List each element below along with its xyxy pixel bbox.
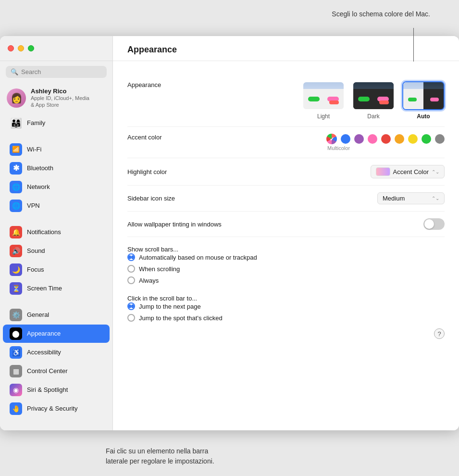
sidebar-item-label: Accessibility bbox=[27, 349, 61, 356]
radio-checked-auto bbox=[127, 253, 135, 261]
accent-group: Multicolor bbox=[326, 134, 445, 151]
highlight-color-dropdown[interactable]: Accent Color ⌃⌄ bbox=[371, 165, 445, 178]
wallpaper-tinting-toggle[interactable] bbox=[423, 218, 445, 230]
general-icon: ⚙️ bbox=[10, 309, 22, 321]
vpn-icon: 🌐 bbox=[10, 200, 22, 212]
sidebar-item-accessibility[interactable]: ♿ Accessibility bbox=[3, 343, 110, 362]
sidebar-icon-size-control: Medium ⌃⌄ bbox=[233, 192, 445, 204]
multicolor-label-row: Multicolor bbox=[326, 144, 445, 151]
dark-thumb bbox=[352, 81, 395, 110]
sidebar-item-notifications[interactable]: 🔔 Notifications bbox=[3, 223, 110, 241]
appearance-icon: ⬤ bbox=[10, 327, 22, 340]
sidebar-item-general[interactable]: ⚙️ General bbox=[3, 306, 110, 324]
sidebar-item-family[interactable]: 👨‍👩‍👧 Family bbox=[3, 114, 110, 132]
sidebar-item-control-center[interactable]: ▦ Control Center bbox=[3, 362, 110, 380]
sidebar-item-label: Appearance bbox=[27, 330, 61, 337]
focus-icon: 🌙 bbox=[10, 263, 22, 276]
sidebar-item-label: Privacy & Security bbox=[27, 405, 77, 412]
sidebar-separator bbox=[0, 136, 112, 137]
sidebar-item-bluetooth[interactable]: ✱ Bluetooth bbox=[3, 159, 110, 177]
main-window: 🔍 👩 Ashley Rico Apple ID, iCloud+, Media… bbox=[0, 36, 459, 430]
network-icon: 🌐 bbox=[10, 181, 22, 193]
light-thumb bbox=[302, 81, 345, 110]
family-icon: 👨‍👩‍👧 bbox=[10, 117, 22, 129]
sidebar-icon-size-dropdown[interactable]: Medium ⌃⌄ bbox=[377, 192, 445, 204]
accent-dot-multicolor[interactable] bbox=[326, 134, 337, 144]
click-scrollbar-next-page[interactable]: Jump to the next page bbox=[127, 302, 445, 310]
sidebar-item-privacy-security[interactable]: 🤚 Privacy & Security bbox=[3, 400, 110, 418]
help-button[interactable]: ? bbox=[434, 328, 445, 339]
click-scrollbar-section: Click in the scroll bar to... Jump to th… bbox=[127, 286, 445, 324]
highlight-color-row: Highlight color Accent Color ⌃⌄ bbox=[127, 158, 445, 186]
sidebar-item-label: Wi-Fi bbox=[27, 146, 41, 153]
title-bar bbox=[0, 36, 112, 61]
accent-dot-graphite[interactable] bbox=[435, 134, 445, 144]
sidebar-item-network[interactable]: 🌐 Network bbox=[3, 178, 110, 196]
accent-dots bbox=[326, 134, 445, 144]
sidebar-icon-size-row: Sidebar icon size Medium ⌃⌄ bbox=[127, 186, 445, 212]
highlight-color-label: Highlight color bbox=[127, 168, 233, 175]
scrollbar-option-always-label: Always bbox=[139, 277, 159, 284]
minimize-button[interactable] bbox=[18, 45, 24, 51]
scrollbar-option-auto[interactable]: Automatically based on mouse or trackpad bbox=[127, 253, 445, 261]
privacy-icon: 🤚 bbox=[10, 402, 22, 415]
callout-bottom: Fai clic su un elemento nella barralater… bbox=[106, 446, 214, 466]
sidebar-item-appearance[interactable]: ⬤ Appearance bbox=[3, 325, 110, 343]
sidebar-item-screen-time[interactable]: ⏳ Screen Time bbox=[3, 279, 110, 298]
accent-dot-blue[interactable] bbox=[341, 134, 350, 144]
scrollbar-option-auto-label: Automatically based on mouse or trackpad bbox=[139, 254, 257, 261]
sidebar-item-label: Bluetooth bbox=[27, 164, 53, 172]
light-thumb-inner bbox=[303, 82, 344, 109]
appearance-option-light[interactable]: Light bbox=[302, 81, 345, 120]
user-info: Ashley Rico Apple ID, iCloud+, Media& Ap… bbox=[31, 88, 89, 109]
sidebar-item-label: Family bbox=[27, 119, 45, 126]
accent-dot-yellow[interactable] bbox=[408, 134, 418, 144]
appearance-options: Light bbox=[302, 81, 445, 120]
bottom-help: ? bbox=[127, 324, 445, 339]
sidebar-item-wifi[interactable]: 📶 Wi-Fi bbox=[3, 140, 110, 159]
sidebar-item-label: Network bbox=[27, 183, 50, 190]
click-scrollbar-spot[interactable]: Jump to the spot that's clicked bbox=[127, 314, 445, 322]
search-bar[interactable]: 🔍 bbox=[6, 66, 107, 78]
sidebar-item-focus[interactable]: 🌙 Focus bbox=[3, 261, 110, 279]
settings-area: Appearance bbox=[113, 61, 459, 430]
sidebar-item-label: Control Center bbox=[27, 367, 68, 375]
sidebar-separator-2 bbox=[0, 219, 112, 219]
accent-dot-green[interactable] bbox=[422, 134, 431, 144]
accessibility-icon: ♿ bbox=[10, 346, 22, 359]
scrollbar-option-scrolling-label: When scrolling bbox=[139, 265, 180, 273]
search-input[interactable] bbox=[21, 68, 102, 75]
auto-label: Auto bbox=[417, 113, 430, 120]
wifi-icon: 📶 bbox=[10, 143, 22, 156]
appearance-option-dark[interactable]: Dark bbox=[352, 81, 395, 120]
maximize-button[interactable] bbox=[28, 45, 34, 51]
sidebar-item-label: Siri & Spotlight bbox=[27, 386, 68, 393]
scrollbar-option-always[interactable]: Always bbox=[127, 276, 445, 284]
click-scrollbar-next-page-label: Jump to the next page bbox=[139, 303, 201, 310]
sidebar-item-vpn[interactable]: 🌐 VPN bbox=[3, 197, 110, 215]
user-subtitle: Apple ID, iCloud+, Media& App Store bbox=[31, 95, 89, 109]
accent-dot-purple[interactable] bbox=[354, 134, 364, 144]
appearance-setting-label: Appearance bbox=[127, 81, 233, 88]
chevron-down-icon: ⌃⌄ bbox=[432, 196, 439, 201]
user-name: Ashley Rico bbox=[31, 88, 89, 95]
search-icon: 🔍 bbox=[11, 68, 18, 75]
accent-dot-orange[interactable] bbox=[395, 134, 404, 144]
close-button[interactable] bbox=[8, 45, 14, 51]
toggle-knob bbox=[424, 219, 434, 229]
radio-always bbox=[127, 276, 135, 284]
sidebar-separator-3 bbox=[0, 301, 112, 302]
accent-dot-red[interactable] bbox=[381, 134, 391, 144]
sidebar-user-item[interactable]: 👩 Ashley Rico Apple ID, iCloud+, Media& … bbox=[0, 83, 112, 113]
chevron-down-icon: ⌃⌄ bbox=[432, 169, 439, 175]
sidebar-item-sound[interactable]: 🔊 Sound bbox=[3, 242, 110, 260]
highlight-color-control: Accent Color ⌃⌄ bbox=[233, 165, 445, 178]
radio-spot bbox=[127, 314, 135, 322]
sidebar-item-siri-spotlight[interactable]: ◉ Siri & Spotlight bbox=[3, 381, 110, 399]
page-title: Appearance bbox=[127, 45, 177, 54]
scrollbar-option-scrolling[interactable]: When scrolling bbox=[127, 265, 445, 273]
click-scrollbar-radio-group: Jump to the next page Jump to the spot t… bbox=[127, 302, 445, 322]
appearance-option-auto[interactable]: Auto bbox=[402, 81, 445, 120]
accent-dot-pink[interactable] bbox=[368, 134, 377, 144]
light-label: Light bbox=[317, 113, 330, 120]
